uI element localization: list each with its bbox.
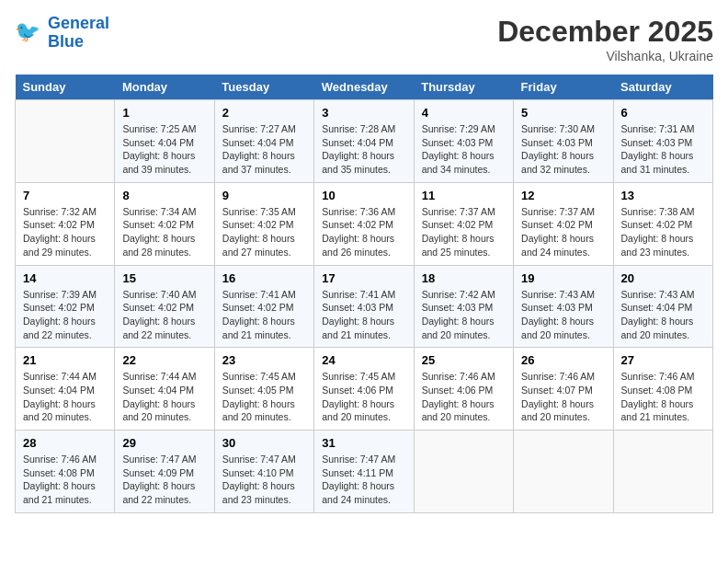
calendar-cell xyxy=(514,431,613,513)
calendar-cell: 2Sunrise: 7:27 AM Sunset: 4:04 PM Daylig… xyxy=(214,100,313,183)
logo-text: General Blue xyxy=(48,15,109,52)
calendar-cell: 11Sunrise: 7:37 AM Sunset: 4:02 PM Dayli… xyxy=(414,182,513,265)
calendar-cell: 21Sunrise: 7:44 AM Sunset: 4:04 PM Dayli… xyxy=(16,348,115,431)
day-number: 4 xyxy=(422,106,506,120)
day-info: Sunrise: 7:43 AM Sunset: 4:04 PM Dayligh… xyxy=(621,288,705,342)
calendar-cell: 1Sunrise: 7:25 AM Sunset: 4:04 PM Daylig… xyxy=(115,100,214,183)
day-number: 27 xyxy=(621,353,705,367)
page-header: 🐦 General Blue December 2025 Vilshanka, … xyxy=(15,15,713,63)
day-number: 8 xyxy=(122,189,206,202)
day-number: 7 xyxy=(23,189,107,202)
day-info: Sunrise: 7:28 AM Sunset: 4:04 PM Dayligh… xyxy=(322,122,405,177)
calendar-cell: 16Sunrise: 7:41 AM Sunset: 4:02 PM Dayli… xyxy=(214,265,313,348)
day-number: 18 xyxy=(422,271,506,285)
day-info: Sunrise: 7:46 AM Sunset: 4:07 PM Dayligh… xyxy=(521,370,605,424)
day-number: 13 xyxy=(621,189,705,202)
calendar-cell: 5Sunrise: 7:30 AM Sunset: 4:03 PM Daylig… xyxy=(514,100,613,183)
location-subtitle: Vilshanka, Ukraine xyxy=(497,49,713,63)
calendar-week-row: 28Sunrise: 7:46 AM Sunset: 4:08 PM Dayli… xyxy=(16,431,713,513)
calendar-cell: 8Sunrise: 7:34 AM Sunset: 4:02 PM Daylig… xyxy=(115,182,214,265)
calendar-cell: 10Sunrise: 7:36 AM Sunset: 4:02 PM Dayli… xyxy=(314,182,414,265)
day-info: Sunrise: 7:47 AM Sunset: 4:10 PM Dayligh… xyxy=(222,453,306,507)
column-header-monday: Monday xyxy=(115,75,214,100)
day-info: Sunrise: 7:40 AM Sunset: 4:02 PM Dayligh… xyxy=(122,288,206,342)
day-info: Sunrise: 7:43 AM Sunset: 4:03 PM Dayligh… xyxy=(521,288,605,342)
calendar-cell: 18Sunrise: 7:42 AM Sunset: 4:03 PM Dayli… xyxy=(414,265,513,348)
logo: 🐦 General Blue xyxy=(15,15,109,52)
calendar-week-row: 21Sunrise: 7:44 AM Sunset: 4:04 PM Dayli… xyxy=(16,348,713,431)
day-number: 21 xyxy=(23,353,107,367)
day-number: 3 xyxy=(322,106,405,120)
calendar-cell: 30Sunrise: 7:47 AM Sunset: 4:10 PM Dayli… xyxy=(214,431,313,513)
calendar-cell: 31Sunrise: 7:47 AM Sunset: 4:11 PM Dayli… xyxy=(314,431,414,513)
calendar-cell: 24Sunrise: 7:45 AM Sunset: 4:06 PM Dayli… xyxy=(314,348,414,431)
calendar-header-row: SundayMondayTuesdayWednesdayThursdayFrid… xyxy=(16,75,713,100)
day-info: Sunrise: 7:41 AM Sunset: 4:02 PM Dayligh… xyxy=(222,288,306,342)
day-info: Sunrise: 7:47 AM Sunset: 4:09 PM Dayligh… xyxy=(122,453,206,507)
day-info: Sunrise: 7:45 AM Sunset: 4:06 PM Dayligh… xyxy=(322,370,405,424)
column-header-saturday: Saturday xyxy=(613,75,712,100)
calendar-cell: 20Sunrise: 7:43 AM Sunset: 4:04 PM Dayli… xyxy=(613,265,712,348)
day-info: Sunrise: 7:37 AM Sunset: 4:02 PM Dayligh… xyxy=(422,205,506,259)
day-info: Sunrise: 7:46 AM Sunset: 4:08 PM Dayligh… xyxy=(621,370,705,424)
day-number: 14 xyxy=(23,271,107,285)
day-info: Sunrise: 7:36 AM Sunset: 4:02 PM Dayligh… xyxy=(322,205,405,259)
day-number: 11 xyxy=(422,189,506,202)
day-info: Sunrise: 7:37 AM Sunset: 4:02 PM Dayligh… xyxy=(521,205,605,259)
day-info: Sunrise: 7:35 AM Sunset: 4:02 PM Dayligh… xyxy=(222,205,306,259)
day-number: 6 xyxy=(621,106,705,120)
column-header-tuesday: Tuesday xyxy=(214,75,313,100)
calendar-week-row: 14Sunrise: 7:39 AM Sunset: 4:02 PM Dayli… xyxy=(16,265,713,348)
calendar-cell: 14Sunrise: 7:39 AM Sunset: 4:02 PM Dayli… xyxy=(16,265,115,348)
day-number: 16 xyxy=(222,271,306,285)
calendar-cell: 25Sunrise: 7:46 AM Sunset: 4:06 PM Dayli… xyxy=(414,348,513,431)
month-title: December 2025 xyxy=(497,15,713,49)
calendar-body: 1Sunrise: 7:25 AM Sunset: 4:04 PM Daylig… xyxy=(16,100,713,513)
day-info: Sunrise: 7:34 AM Sunset: 4:02 PM Dayligh… xyxy=(122,205,206,259)
day-info: Sunrise: 7:45 AM Sunset: 4:05 PM Dayligh… xyxy=(222,370,306,424)
calendar-cell: 17Sunrise: 7:41 AM Sunset: 4:03 PM Dayli… xyxy=(314,265,414,348)
day-info: Sunrise: 7:46 AM Sunset: 4:06 PM Dayligh… xyxy=(422,370,506,424)
calendar-cell xyxy=(613,431,712,513)
calendar-cell: 7Sunrise: 7:32 AM Sunset: 4:02 PM Daylig… xyxy=(16,182,115,265)
calendar-cell: 22Sunrise: 7:44 AM Sunset: 4:04 PM Dayli… xyxy=(115,348,214,431)
day-info: Sunrise: 7:31 AM Sunset: 4:03 PM Dayligh… xyxy=(621,122,705,177)
column-header-sunday: Sunday xyxy=(16,75,115,100)
day-number: 19 xyxy=(521,271,605,285)
day-number: 29 xyxy=(122,436,206,450)
svg-text:🐦: 🐦 xyxy=(15,19,40,44)
calendar-cell: 13Sunrise: 7:38 AM Sunset: 4:02 PM Dayli… xyxy=(613,182,712,265)
calendar-week-row: 1Sunrise: 7:25 AM Sunset: 4:04 PM Daylig… xyxy=(16,100,713,183)
day-number: 28 xyxy=(23,436,107,450)
day-number: 30 xyxy=(222,436,306,450)
calendar-cell: 12Sunrise: 7:37 AM Sunset: 4:02 PM Dayli… xyxy=(514,182,613,265)
calendar-cell xyxy=(414,431,513,513)
calendar-cell: 3Sunrise: 7:28 AM Sunset: 4:04 PM Daylig… xyxy=(314,100,414,183)
day-number: 31 xyxy=(322,436,405,450)
logo-icon: 🐦 xyxy=(15,18,44,48)
day-number: 5 xyxy=(521,106,605,120)
calendar-cell: 27Sunrise: 7:46 AM Sunset: 4:08 PM Dayli… xyxy=(613,348,712,431)
day-info: Sunrise: 7:32 AM Sunset: 4:02 PM Dayligh… xyxy=(23,205,107,259)
day-info: Sunrise: 7:47 AM Sunset: 4:11 PM Dayligh… xyxy=(322,453,405,507)
day-number: 24 xyxy=(322,353,405,367)
day-info: Sunrise: 7:29 AM Sunset: 4:03 PM Dayligh… xyxy=(422,122,506,177)
day-info: Sunrise: 7:30 AM Sunset: 4:03 PM Dayligh… xyxy=(521,122,605,177)
day-number: 23 xyxy=(222,353,306,367)
day-number: 20 xyxy=(621,271,705,285)
day-info: Sunrise: 7:44 AM Sunset: 4:04 PM Dayligh… xyxy=(23,370,107,424)
column-header-friday: Friday xyxy=(514,75,613,100)
calendar-cell: 15Sunrise: 7:40 AM Sunset: 4:02 PM Dayli… xyxy=(115,265,214,348)
day-info: Sunrise: 7:27 AM Sunset: 4:04 PM Dayligh… xyxy=(222,122,306,177)
calendar-cell xyxy=(16,100,115,183)
day-number: 15 xyxy=(122,271,206,285)
calendar-table: SundayMondayTuesdayWednesdayThursdayFrid… xyxy=(15,75,713,513)
calendar-cell: 23Sunrise: 7:45 AM Sunset: 4:05 PM Dayli… xyxy=(214,348,313,431)
day-info: Sunrise: 7:25 AM Sunset: 4:04 PM Dayligh… xyxy=(122,122,206,177)
day-number: 25 xyxy=(422,353,506,367)
day-number: 12 xyxy=(521,189,605,202)
day-number: 1 xyxy=(122,106,206,120)
title-area: December 2025 Vilshanka, Ukraine xyxy=(497,15,713,63)
calendar-week-row: 7Sunrise: 7:32 AM Sunset: 4:02 PM Daylig… xyxy=(16,182,713,265)
calendar-cell: 26Sunrise: 7:46 AM Sunset: 4:07 PM Dayli… xyxy=(514,348,613,431)
